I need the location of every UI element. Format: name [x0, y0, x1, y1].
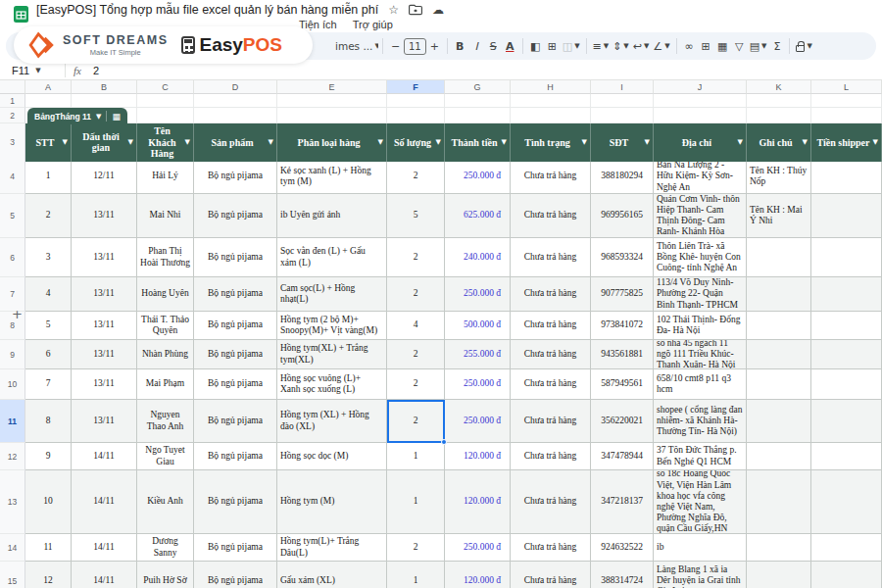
table-header-cell[interactable]: Sản phẩm▼ [194, 123, 277, 162]
cell[interactable]: 943561881 [591, 340, 654, 369]
cell[interactable]: Chưa trả hàng [511, 369, 591, 400]
filter-chevron-icon[interactable]: ▼ [873, 138, 878, 146]
cell[interactable]: 14/11 [72, 562, 137, 588]
cell[interactable] [277, 108, 387, 123]
cell[interactable]: Sọc vằn đen (L) + Gấu xám (L) [277, 238, 387, 277]
cell[interactable] [811, 94, 882, 108]
text-wrap-icon[interactable]: ↩▼ [631, 36, 652, 56]
font-family-select[interactable]: imes ... ▼ [333, 36, 378, 56]
cell[interactable]: Nguyen Thao Anh [137, 400, 194, 443]
cell[interactable]: 907775825 [591, 277, 654, 312]
column-header-E[interactable]: E [277, 80, 387, 94]
column-header-J[interactable]: J [654, 80, 747, 94]
table-header-cell[interactable]: Số lượng▼ [387, 123, 445, 162]
cell[interactable]: 356220021 [591, 400, 654, 443]
cell[interactable]: Quán Cơm Vinh- thôn Hiệp Thanh- Cam Thịn… [654, 194, 747, 238]
star-icon[interactable]: ☆ [388, 4, 399, 16]
cell[interactable]: Bộ ngủ pijama [194, 400, 277, 443]
filter-chevron-icon[interactable]: ▼ [645, 138, 650, 146]
cell[interactable]: 347478944 [591, 443, 654, 470]
cell[interactable]: Chưa trả hàng [511, 562, 591, 588]
cell[interactable]: Mai Phạm [137, 369, 194, 400]
bold-button[interactable]: B [452, 36, 468, 56]
cell[interactable]: 587949561 [591, 369, 654, 400]
cell[interactable] [747, 369, 811, 400]
column-header-B[interactable]: B [72, 80, 137, 94]
filter-chevron-icon[interactable]: ▼ [436, 138, 441, 146]
cell[interactable] [747, 238, 811, 277]
cell[interactable] [811, 194, 882, 238]
cell[interactable] [747, 443, 811, 470]
cell[interactable]: Kiều Anh [137, 470, 194, 534]
cell[interactable] [591, 108, 654, 123]
cell[interactable]: 120.000 đ [445, 443, 511, 470]
cell[interactable] [747, 108, 811, 123]
cell[interactable]: 13/11 [72, 194, 137, 238]
cell[interactable] [387, 108, 445, 123]
row-header[interactable]: 5 [0, 194, 25, 238]
cell[interactable] [811, 369, 882, 400]
table-header-cell[interactable]: Phân loại hàng▼ [277, 123, 387, 162]
cell[interactable]: 14/11 [72, 534, 137, 562]
cell[interactable]: 10 [25, 470, 72, 534]
cell[interactable] [811, 108, 882, 123]
cell[interactable]: 120.000 đ [445, 470, 511, 534]
filter-chevron-icon[interactable]: ▼ [502, 138, 507, 146]
merge-cells-icon[interactable]: ◫▼ [561, 36, 582, 56]
row-header[interactable]: 3 [0, 123, 25, 162]
row-header[interactable]: 14 [0, 534, 25, 562]
cell[interactable]: Nhàn Phùng [137, 340, 194, 369]
column-header-A[interactable]: A [25, 80, 72, 94]
cell[interactable]: Làng Blang 1 xã ia Dêr huyện ia Grai tỉn… [654, 562, 747, 588]
cell[interactable]: 2 [387, 369, 445, 400]
horizontal-align-icon[interactable]: ≡▼ [591, 36, 612, 56]
cell[interactable]: 924632522 [591, 534, 654, 562]
cell[interactable]: Thôn Liên Trà- xã Bồng Khê- huyện Con Cu… [654, 238, 747, 277]
cell[interactable]: Chưa trả hàng [511, 340, 591, 369]
functions-sum-button[interactable]: Σ [768, 36, 785, 56]
cell[interactable] [511, 94, 591, 108]
cloud-save-status-icon[interactable]: ☁ [432, 4, 444, 16]
cell[interactable] [445, 94, 511, 108]
cell[interactable]: 2 [387, 160, 445, 194]
cell[interactable]: Gấu xám (XL) [277, 562, 387, 588]
cell[interactable]: 13/11 [72, 238, 137, 277]
text-rotation-icon[interactable]: ∠▼ [651, 36, 671, 56]
cell[interactable]: Dương Sanny [137, 534, 194, 562]
cell[interactable]: 14/11 [72, 443, 137, 470]
table-grid-icon[interactable]: ▦ [112, 112, 121, 122]
corner-select-all[interactable] [0, 80, 25, 94]
cell[interactable] [747, 340, 811, 369]
cell[interactable]: 250.000 đ [445, 369, 511, 400]
filter-chevron-icon[interactable]: ▼ [738, 138, 743, 146]
cell[interactable] [747, 400, 811, 443]
cell[interactable]: 500.000 đ [445, 312, 511, 340]
cell[interactable]: Tên KH : Mai Ý Nhi [747, 194, 811, 238]
menu-item-tien-ich[interactable]: Tiện ích [299, 19, 337, 30]
cell[interactable]: 255.000 đ [445, 340, 511, 369]
cell[interactable]: 2 [387, 534, 445, 562]
cell[interactable]: 347218137 [591, 470, 654, 534]
cell[interactable]: 250.000 đ [445, 277, 511, 312]
filter-chevron-icon[interactable]: ▼ [582, 138, 587, 146]
filter-icon[interactable]: ▽ [731, 36, 748, 56]
vertical-align-icon[interactable]: ⇕▼ [611, 36, 631, 56]
strikethrough-button[interactable]: S [485, 36, 502, 56]
cell[interactable]: 4 [387, 312, 445, 340]
table-header-cell[interactable]: SĐT▼ [591, 123, 654, 162]
cell[interactable]: 37 Tôn Đức Thắng p. Bến Nghé Q1 HCM [654, 443, 747, 470]
menu-item-tro-giup[interactable]: Trợ giúp [353, 19, 393, 30]
cell[interactable]: Bộ ngủ pijama [194, 194, 277, 238]
cell[interactable] [72, 94, 137, 108]
cell[interactable]: 4 [25, 277, 72, 312]
cell[interactable] [387, 94, 445, 108]
cell[interactable]: ib [654, 534, 747, 562]
cell[interactable] [194, 108, 277, 123]
column-header-I[interactable]: I [591, 80, 654, 94]
filter-chevron-icon[interactable]: ▼ [185, 138, 190, 146]
cell[interactable]: shopee ( cổng làng đan nhiễm- xã Khánh H… [654, 400, 747, 443]
cell[interactable]: 12 [25, 562, 72, 588]
cell[interactable]: 240.000 đ [445, 238, 511, 277]
cell[interactable] [277, 94, 387, 108]
cell[interactable] [811, 470, 882, 534]
